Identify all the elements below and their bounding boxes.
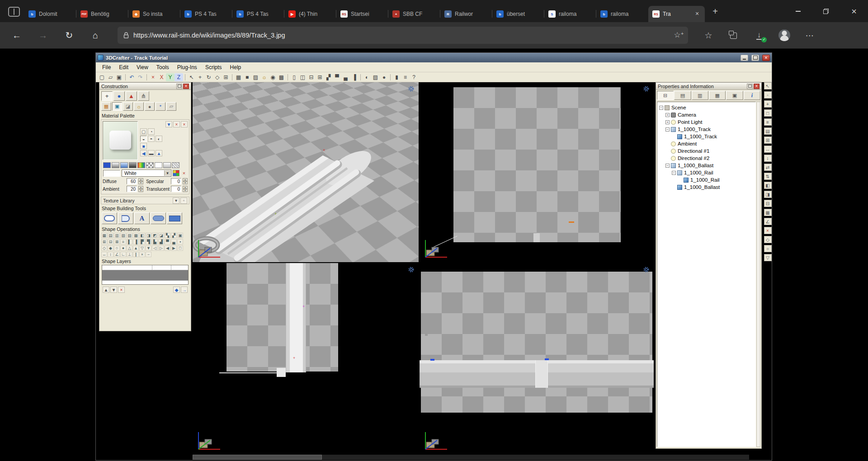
tree-expander-icon[interactable]: −	[665, 164, 670, 168]
tree-expander-icon[interactable]: +	[665, 120, 670, 124]
browser-tab[interactable]: RRailwor	[440, 6, 492, 22]
shape-layers-table[interactable]	[102, 265, 189, 285]
box-select-icon[interactable]: □	[764, 109, 772, 117]
tree-item[interactable]: −1_1000_Rail	[657, 169, 755, 176]
view-single-icon[interactable]: ▯	[290, 73, 298, 81]
delete-tool-icon[interactable]: ×	[764, 227, 772, 234]
texture-editor-icon[interactable]: ▧	[371, 73, 380, 81]
window-minimize-button[interactable]	[784, 0, 812, 22]
shape-operation-icon[interactable]: ▦	[101, 233, 107, 238]
panel-restore-icon[interactable]	[176, 84, 182, 89]
select-icon[interactable]: ↖	[187, 73, 196, 81]
open-file-icon[interactable]: ▱	[106, 73, 115, 81]
shape-operation-icon[interactable]: ↕	[108, 252, 113, 257]
tree-expander-icon[interactable]: +	[665, 113, 670, 117]
view-front-icon[interactable]: ▄	[341, 73, 350, 81]
shapes-tab[interactable]: ▲	[126, 91, 137, 101]
back-icon[interactable]: ←	[7, 26, 26, 44]
tree-expander-icon[interactable]: −	[659, 106, 663, 110]
shape-operation-icon[interactable]: ▞	[171, 233, 177, 238]
shape-operation-icon[interactable]: ≡	[120, 239, 126, 245]
delete-icon[interactable]: ×	[149, 73, 157, 81]
panel-restore-icon[interactable]	[747, 84, 753, 89]
move-x-icon[interactable]: ↔	[764, 146, 772, 153]
rounded-shape-tool[interactable]	[151, 212, 166, 224]
browser-tab[interactable]: +SBB CF	[388, 6, 440, 22]
shading-textured-icon[interactable]: ◐	[156, 136, 162, 142]
color-picker-icon[interactable]	[173, 170, 179, 176]
shape-operation-icon[interactable]: ∥	[133, 252, 139, 257]
shape-operation-icon[interactable]: ∠	[114, 252, 120, 257]
shape-operation-icon[interactable]: ⊞	[101, 239, 107, 245]
shape-operation-icon[interactable]: ▄	[171, 239, 177, 245]
half-right-icon[interactable]: ◨	[764, 191, 772, 198]
browser-tab[interactable]: bPS 4 Tas	[180, 6, 232, 22]
viewport-settings-gear-icon[interactable]	[408, 85, 415, 92]
material-editor-icon[interactable]: ◐	[363, 73, 371, 81]
property-value-input[interactable]: 20	[127, 186, 137, 192]
shape-operation-icon[interactable]: ▚	[165, 233, 170, 238]
browser-tab[interactable]: Srailoma	[544, 6, 596, 22]
property-value-input[interactable]: 0	[171, 178, 181, 184]
viewport-top[interactable]	[420, 82, 654, 262]
browser-tab[interactable]: ◆So insta	[128, 6, 180, 22]
axis-y-icon[interactable]: Y	[166, 73, 175, 81]
view-top-icon[interactable]: ▀	[333, 73, 341, 81]
circle-tool-icon[interactable]: ○	[764, 245, 772, 252]
tree-item[interactable]: +Point Light	[657, 118, 755, 126]
tools-tab[interactable]: ⋔	[138, 91, 149, 101]
stepper-down-icon[interactable]: ▾	[138, 181, 143, 184]
menu-scripts[interactable]: Scripts	[201, 63, 226, 71]
refresh-icon[interactable]: ↻	[60, 26, 79, 44]
shape-operation-icon[interactable]: ◀	[165, 245, 170, 251]
axis-z-icon[interactable]: Z	[175, 73, 183, 81]
construction-panel-header[interactable]: Construction	[99, 83, 191, 90]
angle-tool-icon[interactable]: ∠	[764, 218, 772, 225]
shape-operation-icon[interactable]: ⊟	[108, 239, 113, 245]
app-maximize-button[interactable]	[751, 55, 759, 61]
materials-tab[interactable]: ●	[113, 91, 125, 101]
shape-operation-icon[interactable]: ○	[114, 245, 120, 251]
window-close-button[interactable]	[840, 0, 868, 22]
shape-operation-icon[interactable]: ◩	[152, 233, 158, 238]
browser-tab[interactable]: RSTra×	[648, 6, 705, 22]
reorder-icon[interactable]: ⇅	[764, 173, 772, 180]
app-titlebar[interactable]: 3DCrafter - Track Tutorial	[96, 53, 772, 62]
shape-operation-icon[interactable]: ▛	[139, 239, 145, 245]
tree-item[interactable]: −1_1000_Track	[657, 126, 755, 133]
shape-operation-icon[interactable]: ▨	[127, 233, 132, 238]
shape-operation-icon[interactable]: ↔	[101, 252, 107, 257]
shape-operation-icon[interactable]: −	[146, 252, 151, 257]
tree-item[interactable]: Directional #1	[657, 147, 755, 155]
viewport-settings-gear-icon[interactable]	[643, 266, 650, 273]
shape-operation-icon[interactable]: ▷	[158, 245, 164, 251]
navigate-tab[interactable]: +	[101, 91, 113, 101]
text-shape-tool[interactable]: A	[134, 212, 150, 224]
move-icon[interactable]: +	[196, 73, 204, 81]
snap-icon[interactable]: ⊞	[222, 73, 230, 81]
forward-icon[interactable]: →	[33, 26, 52, 44]
url-text[interactable]: https://www.rail-sim.de/wiki/images/8/89…	[133, 32, 668, 39]
flat-material-icon[interactable]: ▬	[148, 150, 155, 156]
lathe-shape-tool[interactable]	[118, 212, 133, 224]
browser-tab[interactable]: bPS 4 Tas	[232, 6, 284, 22]
grid-icon[interactable]: ▩	[277, 73, 286, 81]
shape-operation-icon[interactable]: ▶	[171, 245, 177, 251]
tree-expander-icon[interactable]: −	[672, 171, 676, 175]
layer-apply-icon[interactable]: →	[181, 287, 188, 293]
scrollbar-thumb[interactable]	[193, 455, 322, 460]
menu-tools[interactable]: Tools	[152, 63, 173, 71]
stepper-up-icon[interactable]: ▴	[183, 186, 188, 189]
material-preview[interactable]	[103, 121, 138, 160]
favorites-icon[interactable]: ☆	[703, 29, 714, 41]
color-swatch-checker[interactable]	[146, 162, 154, 168]
menu-help[interactable]: Help	[226, 63, 245, 71]
color-swatch-grad-dark[interactable]	[129, 162, 137, 168]
info-tab[interactable]: i	[744, 91, 760, 100]
profile-avatar[interactable]	[778, 29, 790, 41]
stepper-up-icon[interactable]: ▴	[183, 178, 188, 181]
rows-tool-icon[interactable]: ▤	[764, 127, 772, 135]
tree-item[interactable]: +Camera	[657, 111, 755, 118]
color-swatch-grad-light[interactable]	[163, 162, 171, 168]
window-restore-button[interactable]	[812, 0, 840, 22]
